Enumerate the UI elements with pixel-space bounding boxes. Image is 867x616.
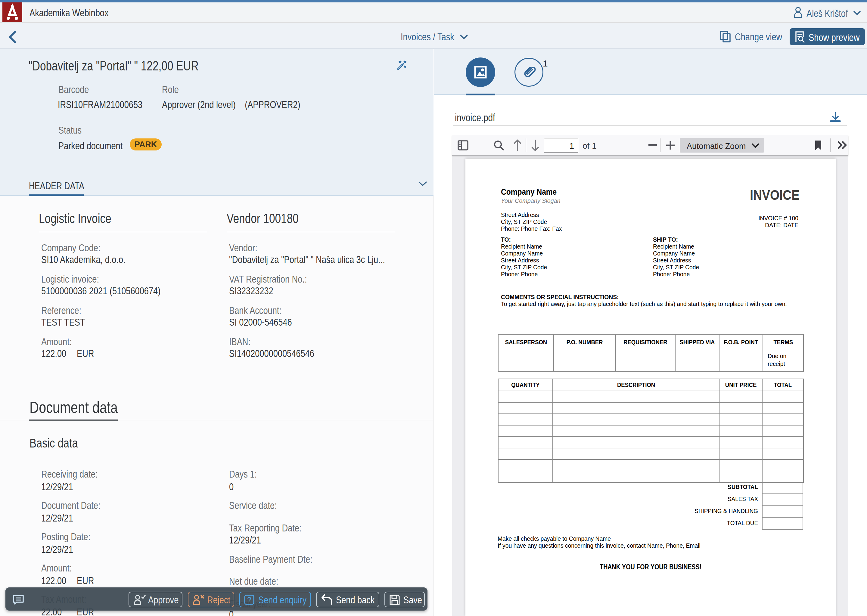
svg-text:?: ?: [247, 596, 251, 603]
